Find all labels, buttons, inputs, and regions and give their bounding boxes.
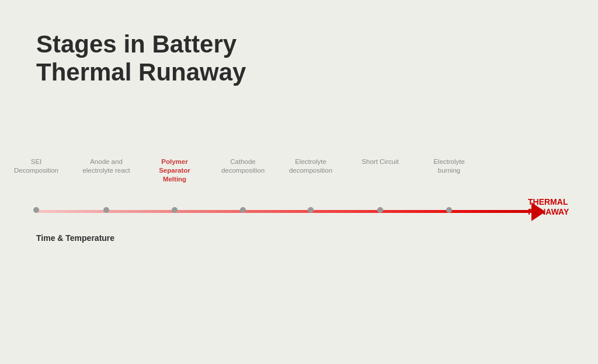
stage-label-polymer: Polymer Separator Melting <box>148 158 201 184</box>
page-title-line2: Thermal Runaway <box>36 58 246 86</box>
stage-label-electrolyte-decomp: Electrolyte decomposition <box>284 158 337 175</box>
page-title-line1: Stages in Battery <box>36 30 246 58</box>
stage-dot-cathode <box>240 207 246 213</box>
stage-label-electrolyte-burning: Electrolyte burning <box>423 158 475 175</box>
stage-dot-sei <box>33 207 39 213</box>
thermal-runaway-label: THERMAL RUNAWAY <box>528 197 580 217</box>
stage-dot-electrolyte-burning <box>446 207 452 213</box>
timeline-line <box>36 210 534 213</box>
stage-label-short-circuit: Short Circuit <box>354 158 406 166</box>
time-temperature-label: Time & Temperature <box>36 233 114 243</box>
stage-dot-short-circuit <box>377 207 383 213</box>
stage-label-anode: Anode and electrolyte react <box>80 158 133 175</box>
stage-dot-polymer <box>172 207 178 213</box>
title-block: Stages in Battery Thermal Runaway <box>36 30 246 87</box>
timeline-container: THERMAL RUNAWAY Time & Temperature SEI D… <box>36 158 580 251</box>
stage-label-cathode: Cathode decomposition <box>217 158 269 175</box>
stage-dot-anode <box>103 207 109 213</box>
stage-dot-electrolyte-decomp <box>308 207 314 213</box>
stage-label-sei: SEI Decomposition <box>10 158 62 175</box>
